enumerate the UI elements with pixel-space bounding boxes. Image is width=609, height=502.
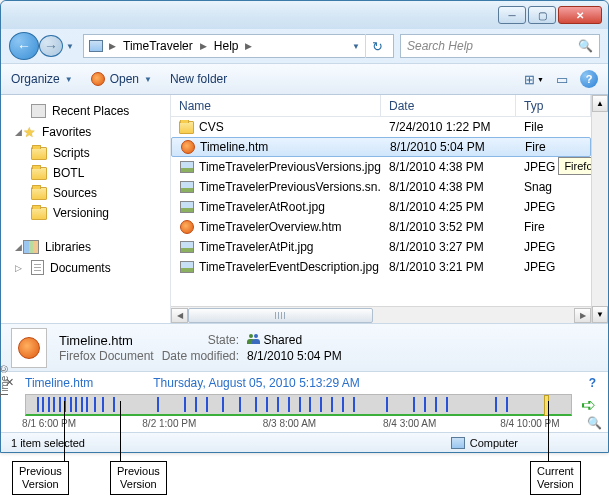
vertical-scrollbar[interactable]: ▲ ▼: [591, 95, 608, 323]
status-location[interactable]: Computer: [451, 437, 518, 449]
nav-folder-scripts[interactable]: Scripts: [1, 143, 170, 163]
forward-button[interactable]: →: [39, 35, 63, 57]
timeline-bar[interactable]: [25, 394, 572, 416]
collapse-icon[interactable]: ◢: [15, 242, 22, 252]
address-dropdown[interactable]: ▼: [349, 36, 363, 56]
nav-folder-botl[interactable]: BOTL: [1, 163, 170, 183]
timeline-tick[interactable]: [309, 397, 311, 412]
timeline-tick[interactable]: [195, 397, 197, 412]
timeline-tick[interactable]: [53, 397, 55, 412]
breadcrumb-separator[interactable]: ▶: [106, 41, 119, 51]
nav-libraries[interactable]: ◢ Libraries: [1, 237, 170, 257]
file-list[interactable]: Firefox D CVS7/24/2010 1:22 PMFileTimeli…: [171, 117, 591, 306]
timeline-tick[interactable]: [446, 397, 448, 412]
timeline-tick[interactable]: [86, 397, 88, 412]
close-button[interactable]: ✕: [558, 6, 602, 24]
image-icon: [180, 181, 194, 193]
breadcrumb-separator[interactable]: ▶: [197, 41, 210, 51]
timeline-tick[interactable]: [48, 397, 50, 412]
timeline-tick[interactable]: [37, 397, 39, 412]
details-filename: Timeline.htm: [59, 333, 154, 348]
nav-favorites[interactable]: ◢ ★ Favorites: [1, 121, 170, 143]
timeline-tick[interactable]: [113, 397, 115, 412]
timeline-tick[interactable]: [157, 397, 159, 412]
timeline-tick[interactable]: [94, 397, 96, 412]
timeline-tick[interactable]: [255, 397, 257, 412]
address-bar[interactable]: ▶ TimeTraveler ▶ Help ▶ ▼ ↻: [83, 34, 394, 58]
file-row[interactable]: TimeTravelerPreviousVersions.jpg8/1/2010…: [171, 157, 591, 177]
scroll-track[interactable]: [188, 308, 574, 323]
file-row[interactable]: TimeTravelerOverview.htm8/1/2010 3:52 PM…: [171, 217, 591, 237]
maximize-button[interactable]: ▢: [528, 6, 556, 24]
timeline-tick[interactable]: [75, 397, 77, 412]
firefox-icon: [181, 140, 195, 154]
nav-folder-versioning[interactable]: Versioning: [1, 203, 170, 223]
minimize-button[interactable]: ─: [498, 6, 526, 24]
timeline-help-button[interactable]: ?: [589, 376, 596, 390]
column-date[interactable]: Date: [381, 95, 516, 116]
timeline-tick[interactable]: [59, 397, 61, 412]
timeline-zoom-button[interactable]: 🔍: [587, 416, 602, 430]
collapse-icon[interactable]: ◢: [15, 127, 22, 137]
open-button[interactable]: Open▼: [91, 72, 152, 86]
timeline-tick[interactable]: [206, 397, 208, 412]
titlebar[interactable]: ─ ▢ ✕: [1, 1, 608, 29]
timeline-tick[interactable]: [506, 397, 508, 412]
timeline-tick[interactable]: [353, 397, 355, 412]
breadcrumb-separator[interactable]: ▶: [242, 41, 255, 51]
timeline-tick[interactable]: [81, 397, 83, 412]
timeline-tick[interactable]: [342, 397, 344, 412]
timeline-tick[interactable]: [320, 397, 322, 412]
timeline-tick[interactable]: [239, 397, 241, 412]
timeline-tick[interactable]: [70, 397, 72, 412]
scroll-left-button[interactable]: ◀: [171, 308, 188, 323]
timeline-tick[interactable]: [184, 397, 186, 412]
horizontal-scrollbar[interactable]: ◀ ▶: [171, 306, 591, 323]
timeline-tick[interactable]: [331, 397, 333, 412]
breadcrumb-item[interactable]: Help: [212, 39, 241, 53]
file-row[interactable]: TimeTravelerEventDescription.jpg8/1/2010…: [171, 257, 591, 277]
timeline-tick[interactable]: [435, 397, 437, 412]
timeline-tick[interactable]: [495, 397, 497, 412]
scroll-up-button[interactable]: ▲: [592, 95, 608, 112]
column-type[interactable]: Typ: [516, 95, 591, 116]
timeline-tick[interactable]: [266, 397, 268, 412]
scroll-down-button[interactable]: ▼: [592, 306, 608, 323]
timeline-axis: 8/1 6:00 PM8/2 1:00 PM8/3 8:00 AM8/4 3:0…: [1, 416, 602, 430]
file-row[interactable]: TimeTravelerPreviousVersions.sn...8/1/20…: [171, 177, 591, 197]
timeline-tick[interactable]: [222, 397, 224, 412]
file-row[interactable]: TimeTravelerAtRoot.jpg8/1/2010 4:25 PMJP…: [171, 197, 591, 217]
new-folder-button[interactable]: New folder: [170, 72, 227, 86]
nav-documents[interactable]: ▷ Documents: [1, 257, 170, 278]
search-icon[interactable]: 🔍: [578, 39, 593, 53]
timeline-tick[interactable]: [424, 397, 426, 412]
timeline-side-label: Time ©: [0, 366, 10, 398]
file-row[interactable]: Timeline.htm8/1/2010 5:04 PMFire: [171, 137, 591, 157]
axis-label: 8/4 3:00 AM: [383, 418, 436, 429]
column-name[interactable]: Name: [171, 95, 381, 116]
file-row[interactable]: TimeTravelerAtPit.jpg8/1/2010 3:27 PMJPE…: [171, 237, 591, 257]
refresh-button[interactable]: ↻: [365, 34, 389, 58]
timeline-tick[interactable]: [299, 397, 301, 412]
preview-pane-button[interactable]: ▭: [556, 72, 568, 87]
file-row[interactable]: CVS7/24/2010 1:22 PMFile: [171, 117, 591, 137]
timeline-tick[interactable]: [42, 397, 44, 412]
scroll-right-button[interactable]: ▶: [574, 308, 591, 323]
organize-button[interactable]: Organize▼: [11, 72, 73, 86]
timeline-tick[interactable]: [413, 397, 415, 412]
view-options-button[interactable]: ⊞▼: [524, 72, 544, 87]
nav-recent-places[interactable]: Recent Places: [1, 101, 170, 121]
timeline-go-button[interactable]: ➪: [578, 395, 598, 415]
expand-icon[interactable]: ▷: [15, 263, 22, 273]
nav-folder-sources[interactable]: Sources: [1, 183, 170, 203]
timeline-tick[interactable]: [102, 397, 104, 412]
history-dropdown[interactable]: ▼: [63, 36, 77, 56]
scroll-thumb[interactable]: [188, 308, 373, 323]
back-button[interactable]: ←: [9, 32, 39, 60]
timeline-tick[interactable]: [386, 397, 388, 412]
breadcrumb-item[interactable]: TimeTraveler: [121, 39, 195, 53]
timeline-tick[interactable]: [277, 397, 279, 412]
search-input[interactable]: Search Help 🔍: [400, 34, 600, 58]
help-button[interactable]: ?: [580, 70, 598, 88]
timeline-tick[interactable]: [288, 397, 290, 412]
